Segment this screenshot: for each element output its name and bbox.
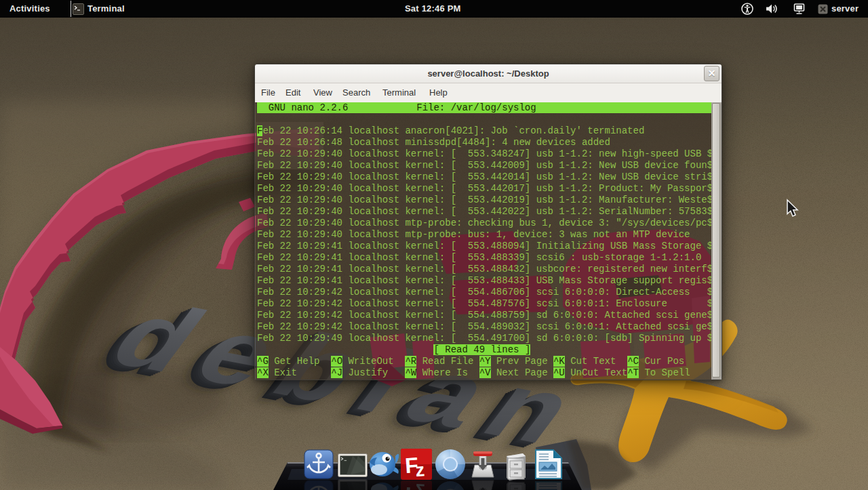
svg-text:z: z <box>415 481 426 490</box>
svg-text:z: z <box>415 460 426 480</box>
